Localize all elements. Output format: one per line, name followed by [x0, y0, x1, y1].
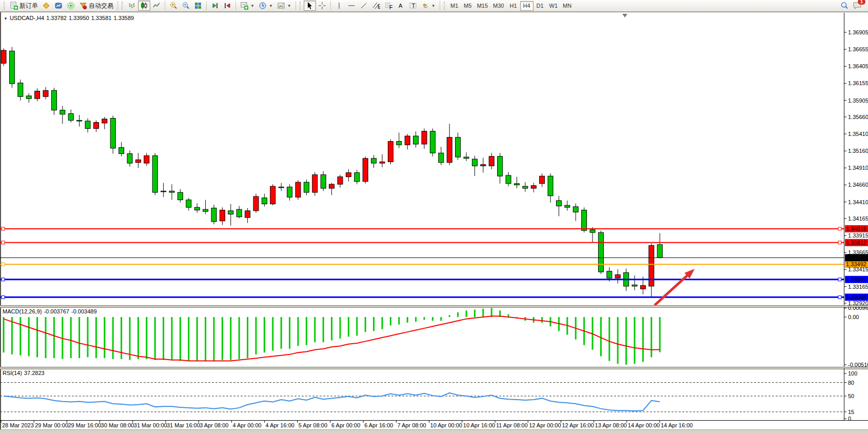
candle-60[interactable]	[506, 172, 511, 186]
candle-38[interactable]	[321, 171, 326, 191]
candle-28[interactable]	[236, 206, 242, 219]
candle-54[interactable]	[456, 132, 461, 160]
data-window-button[interactable]	[52, 1, 65, 11]
label-tool-button[interactable]: T	[407, 1, 419, 11]
candle-17[interactable]	[144, 153, 149, 166]
candle-51[interactable]	[430, 128, 435, 156]
candle-19[interactable]	[161, 183, 166, 197]
candle-57[interactable]	[481, 157, 486, 172]
candle-56[interactable]	[472, 155, 477, 176]
candle-37[interactable]	[312, 172, 318, 195]
candle-27[interactable]	[228, 204, 233, 226]
candle-34[interactable]	[287, 184, 292, 201]
line-handle[interactable]	[838, 241, 841, 244]
candle-32[interactable]	[270, 184, 275, 205]
timeframe-M1-button[interactable]: M1	[448, 1, 461, 11]
line-handle[interactable]	[2, 278, 5, 281]
candle-71[interactable]	[598, 230, 603, 274]
candle-18[interactable]	[152, 153, 157, 195]
macd-indicator-panel[interactable]: 0.0009620.00-0.005107	[0, 307, 868, 367]
fibonacci-tool-button[interactable]: F	[382, 1, 394, 11]
timeframe-H4-button[interactable]: H4	[520, 1, 534, 11]
candle-65[interactable]	[548, 173, 553, 203]
tile-windows-button[interactable]	[192, 1, 204, 11]
candle-1[interactable]	[9, 47, 14, 88]
autotrading-button[interactable]: 自动交易	[77, 1, 115, 11]
price-chart-panel[interactable]: 1.340151.338121.334921.332691.330081.335…	[0, 13, 868, 305]
candle-26[interactable]	[220, 207, 225, 225]
vertical-line-tool-button[interactable]	[333, 1, 345, 11]
candle-70[interactable]	[590, 227, 595, 243]
auto-scroll-button[interactable]	[209, 1, 221, 11]
candle-23[interactable]	[194, 203, 200, 213]
candle-58[interactable]	[489, 153, 494, 169]
hline-1.33269[interactable]: 1.33269	[0, 276, 868, 283]
hline-1.34015[interactable]: 1.34015	[0, 225, 868, 232]
candle-31[interactable]	[262, 194, 267, 207]
zoom-out-button[interactable]	[180, 1, 192, 11]
timeframe-M15-button[interactable]: M15	[475, 1, 490, 11]
rsi-indicator-panel[interactable]: 1008050150	[0, 368, 868, 420]
zoom-in-button[interactable]	[167, 1, 180, 11]
candle-39[interactable]	[329, 183, 334, 195]
line-handle[interactable]	[838, 227, 841, 230]
candle-30[interactable]	[253, 194, 259, 213]
candle-47[interactable]	[397, 132, 402, 148]
candle-2[interactable]	[18, 80, 23, 101]
candle-61[interactable]	[514, 177, 519, 189]
periods-button[interactable]: ▼	[257, 1, 275, 11]
timeframe-H1-button[interactable]: H1	[507, 1, 520, 11]
candle-75[interactable]	[632, 275, 637, 290]
candle-48[interactable]	[405, 134, 410, 149]
hline-1.33008[interactable]: 1.33008	[0, 293, 868, 301]
candle-46[interactable]	[388, 140, 393, 165]
candle-68[interactable]	[573, 203, 578, 221]
candle-45[interactable]	[380, 154, 385, 167]
candle-53[interactable]	[447, 124, 452, 165]
trendline-tool-button[interactable]	[358, 1, 370, 11]
candle-43[interactable]	[363, 156, 368, 184]
line-handle[interactable]	[838, 278, 841, 281]
candle-0[interactable]	[1, 48, 6, 66]
candle-62[interactable]	[523, 182, 528, 192]
candle-24[interactable]	[203, 200, 208, 214]
candle-35[interactable]	[295, 180, 301, 200]
chart-shift-button[interactable]	[221, 1, 233, 11]
candle-11[interactable]	[93, 121, 98, 132]
annotation-arrow[interactable]	[655, 269, 695, 305]
candle-77[interactable]	[649, 243, 654, 297]
line-handle[interactable]	[2, 295, 5, 299]
candle-9[interactable]	[77, 115, 82, 127]
timeframe-MN-button[interactable]: MN	[560, 1, 574, 11]
candle-40[interactable]	[338, 175, 343, 188]
candle-6[interactable]	[51, 88, 56, 115]
candle-66[interactable]	[556, 196, 561, 216]
timeframe-W1-button[interactable]: W1	[547, 1, 561, 11]
candle-15[interactable]	[127, 150, 132, 167]
line-handle[interactable]	[2, 227, 5, 230]
candle-52[interactable]	[439, 147, 444, 165]
date-axis[interactable]: 28 Mar 202329 Mar 00:0029 Mar 16:0030 Ma…	[0, 420, 868, 429]
candle-50[interactable]	[422, 128, 427, 149]
candle-41[interactable]	[346, 169, 351, 182]
candle-29[interactable]	[245, 208, 250, 223]
candle-44[interactable]	[371, 155, 377, 168]
collapse-triangle-icon[interactable]: ▼	[4, 16, 8, 21]
candle-16[interactable]	[135, 153, 141, 168]
candle-42[interactable]	[354, 170, 360, 184]
shapes-tool-button[interactable]: ▼	[419, 1, 438, 11]
cursor-tool-button[interactable]	[304, 1, 316, 11]
hline-1.33492[interactable]: 1.33492	[0, 261, 868, 268]
candle-67[interactable]	[565, 201, 570, 211]
new-chart-button[interactable]: ▼	[238, 1, 257, 11]
horizontal-line-tool-button[interactable]	[345, 1, 358, 11]
candle-33[interactable]	[279, 183, 284, 191]
candle-25[interactable]	[211, 205, 216, 224]
candle-59[interactable]	[498, 153, 503, 184]
candle-5[interactable]	[43, 87, 48, 100]
market-watch-button[interactable]	[40, 1, 52, 11]
timeframe-M30-button[interactable]: M30	[490, 1, 506, 11]
line-chart-button[interactable]	[150, 1, 163, 11]
hline-1.33812[interactable]: 1.33812	[0, 239, 868, 246]
candle-20[interactable]	[169, 184, 174, 200]
